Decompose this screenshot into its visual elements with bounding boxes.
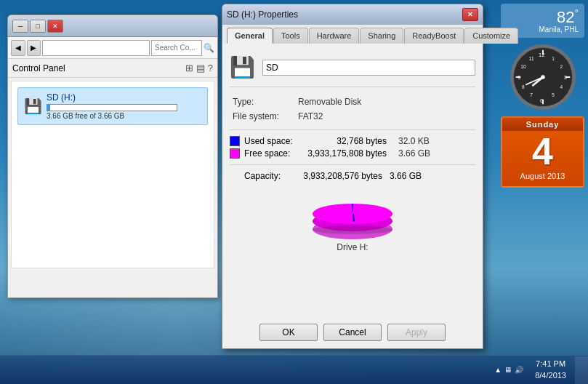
type-value: Removable Disk	[295, 95, 475, 109]
svg-text:5: 5	[552, 92, 555, 97]
cancel-button[interactable]: Cancel	[323, 324, 382, 341]
tab-customize[interactable]: Customize	[464, 28, 518, 44]
tab-hardware[interactable]: Hardware	[309, 28, 360, 44]
svg-text:10: 10	[520, 64, 526, 69]
calendar-widget: Sunday 4 August 2013	[501, 116, 584, 188]
capacity-size: 3.66 GB	[390, 171, 422, 181]
svg-text:4: 4	[560, 84, 563, 89]
window-controls: ─ □ ✕	[12, 20, 63, 33]
taskbar-date: 8/4/2013	[535, 370, 566, 381]
control-panel-window: ─ □ ✕ ◀ ▶ 🔍 Control Panel ⊞ ▤ ? 💾 SD (H:…	[7, 15, 218, 298]
dialog-close-button[interactable]: ✕	[462, 8, 478, 21]
calendar-day-number: 4	[502, 131, 583, 172]
filesystem-row: File system: FAT32	[230, 109, 475, 124]
free-size: 3.66 GB	[398, 148, 430, 159]
device-name: SD (H:)	[47, 92, 177, 103]
separator1	[230, 129, 475, 130]
pie-chart	[305, 188, 400, 239]
svg-text:7: 7	[530, 92, 533, 97]
forward-button[interactable]: ▶	[27, 40, 41, 56]
restore-button[interactable]: □	[30, 20, 46, 33]
dialog-titlebar: SD (H:) Properties ✕	[222, 4, 483, 25]
taskbar-clock[interactable]: 7:41 PM 8/4/2013	[526, 359, 575, 381]
svg-point-4	[313, 225, 392, 234]
taskbar-arrow-up[interactable]: ▲	[494, 366, 502, 374]
svg-text:12: 12	[538, 52, 544, 58]
svg-text:11: 11	[528, 56, 534, 61]
apply-button[interactable]: Apply	[387, 324, 446, 341]
free-space-row: Free space: 3,933,175,808 bytes 3.66 GB	[230, 148, 475, 159]
taskbar-sound-icon: 🔊	[515, 366, 523, 374]
dialog-title: SD (H:) Properties	[227, 9, 298, 20]
info-table: Type: Removable Disk File system: FAT32	[230, 95, 475, 124]
cp-nav-bar: Control Panel ⊞ ▤ ?	[8, 59, 217, 78]
used-color-box	[230, 136, 240, 146]
properties-dialog: SD (H:) Properties ✕ General Tools Hardw…	[222, 4, 483, 349]
drive-label: Drive H:	[337, 242, 368, 252]
tab-general[interactable]: General	[227, 28, 273, 44]
cp-toolbar: ◀ ▶ 🔍	[8, 37, 217, 59]
taskbar-time: 7:41 PM	[535, 359, 566, 369]
capacity-label: Capacity:	[244, 171, 295, 181]
show-desktop-button[interactable]	[575, 356, 588, 384]
view-list[interactable]: ▤	[196, 63, 205, 73]
clock-widget: 12 3 6 9 1 2 4 5 7 8 10 11	[510, 44, 576, 110]
type-label: Type:	[230, 95, 295, 109]
view-toggle[interactable]: ⊞	[185, 63, 193, 73]
svg-text:8: 8	[522, 84, 525, 89]
search-input[interactable]	[151, 40, 202, 56]
storage-fill	[47, 105, 50, 111]
svg-text:6: 6	[540, 98, 543, 105]
weather-temp: 82°	[507, 8, 579, 25]
type-row: Type: Removable Disk	[230, 95, 475, 109]
cp-content: 💾 SD (H:) 3.66 GB free of 3.66 GB	[11, 81, 214, 268]
pie-container: Drive H:	[230, 188, 475, 252]
drive-icon: 💾	[24, 97, 42, 115]
filesystem-label: File system:	[230, 109, 295, 124]
calendar-month-year: August 2013	[502, 172, 583, 182]
drive-header: 💾	[230, 51, 475, 87]
close-button[interactable]: ✕	[47, 20, 63, 33]
tab-readyboost[interactable]: ReadyBoost	[404, 28, 464, 44]
svg-text:2: 2	[560, 64, 563, 69]
sd-device-item[interactable]: 💾 SD (H:) 3.66 GB free of 3.66 GB	[17, 87, 208, 125]
help-icon[interactable]: ?	[208, 63, 213, 73]
free-bytes: 3,933,175,808 bytes	[299, 148, 387, 159]
drive-name-input[interactable]	[262, 60, 475, 76]
calendar-day-name: Sunday	[502, 118, 583, 131]
svg-text:9: 9	[517, 74, 520, 81]
device-size: 3.66 GB free of 3.66 GB	[47, 112, 177, 120]
tab-bar: General Tools Hardware Sharing ReadyBoos…	[222, 25, 483, 44]
tab-sharing[interactable]: Sharing	[360, 28, 403, 44]
ok-button[interactable]: OK	[259, 324, 318, 341]
svg-point-24	[541, 76, 545, 80]
svg-text:3: 3	[563, 74, 566, 81]
clock-face: 12 3 6 9 1 2 4 5 7 8 10 11	[512, 47, 573, 108]
taskbar: ▲ 🖥 🔊 7:41 PM 8/4/2013	[0, 355, 588, 384]
dialog-content: 💾 Type: Removable Disk File system: FAT3…	[222, 44, 483, 337]
tab-tools[interactable]: Tools	[273, 28, 308, 44]
dialog-buttons: OK Cancel Apply	[222, 324, 483, 341]
free-color-box	[230, 148, 240, 159]
taskbar-network-icon: 🖥	[504, 366, 512, 374]
back-button[interactable]: ◀	[11, 40, 25, 56]
used-size: 32.0 KB	[398, 136, 430, 146]
nav-title: Control Panel	[12, 63, 65, 73]
drive-large-icon: 💾	[230, 55, 255, 79]
address-bar[interactable]	[42, 40, 150, 56]
search-icon[interactable]: 🔍	[204, 43, 214, 53]
filesystem-value: FAT32	[295, 109, 475, 124]
used-space-row: Used space: 32,768 bytes 32.0 KB	[230, 136, 475, 146]
free-label: Free space:	[244, 148, 295, 159]
capacity-row: Capacity: 3,933,208,576 bytes 3.66 GB	[230, 171, 475, 181]
control-panel-titlebar: ─ □ ✕	[8, 15, 217, 37]
capacity-bytes: 3,933,208,576 bytes	[295, 171, 382, 181]
used-label: Used space:	[244, 136, 295, 146]
separator2	[230, 164, 475, 165]
used-bytes: 32,768 bytes	[299, 136, 387, 146]
storage-progress	[47, 104, 177, 111]
minimize-button[interactable]: ─	[12, 20, 28, 33]
svg-text:1: 1	[552, 56, 555, 61]
